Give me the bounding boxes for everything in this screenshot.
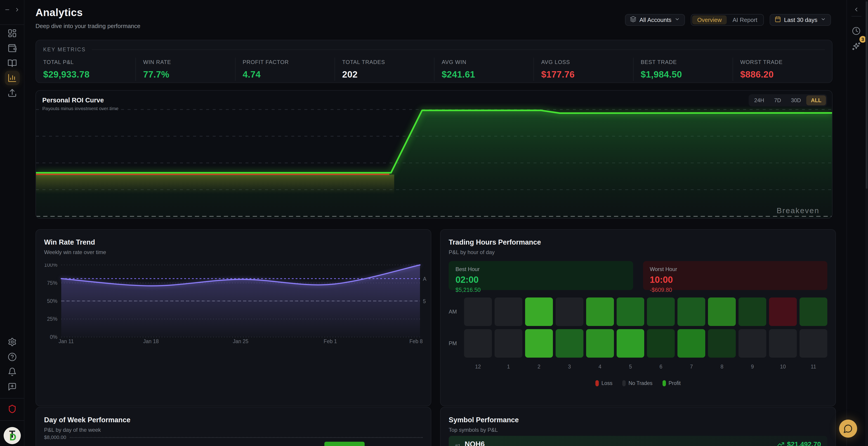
upload-icon bbox=[7, 88, 17, 98]
heatmap-cell-am-9[interactable] bbox=[739, 297, 766, 326]
sidebar-item-help[interactable] bbox=[5, 350, 20, 364]
win-xtick: Feb 8 bbox=[409, 339, 423, 344]
sidebar-item-analytics[interactable] bbox=[5, 71, 20, 85]
heatmap-row-label-am: AM bbox=[449, 297, 461, 326]
heatmap-cell-pm-4[interactable] bbox=[586, 329, 614, 358]
day-of-week-title: Day of Week Performance bbox=[44, 416, 130, 424]
heatmap-hour-label: 5 bbox=[617, 361, 645, 373]
tab-overview[interactable]: Overview bbox=[692, 15, 726, 24]
heatmap-cell-pm-2[interactable] bbox=[525, 329, 553, 358]
roi-range-all[interactable]: ALL bbox=[806, 95, 826, 105]
heatmap-cell-pm-7[interactable] bbox=[677, 329, 705, 358]
symbol-row-nqh6[interactable]: #1NQH6$21,492.70 bbox=[449, 436, 827, 446]
hour-stats: Best Hour 02:00 $5,216.50 Worst Hour 10:… bbox=[449, 261, 827, 290]
key-metrics-label: KEY METRICS bbox=[43, 46, 86, 53]
scrollbar-track[interactable] bbox=[865, 0, 868, 446]
heatmap-hour-label: 7 bbox=[677, 361, 705, 373]
heatmap-cell-am-12[interactable] bbox=[464, 297, 492, 326]
roi-range-24h[interactable]: 24H bbox=[750, 95, 769, 105]
worst-hour-time: 10:00 bbox=[650, 275, 821, 285]
win-xtick: Jan 11 bbox=[59, 339, 74, 344]
metric-value: $29,933.78 bbox=[43, 69, 135, 79]
heatmap-cell-am-11[interactable] bbox=[800, 297, 827, 326]
heatmap-cell-am-10[interactable] bbox=[769, 297, 797, 326]
heatmap-cell-pm-3[interactable] bbox=[556, 329, 583, 358]
heatmap-cell-pm-10[interactable] bbox=[769, 329, 797, 358]
sidebar-item-import[interactable] bbox=[5, 86, 20, 100]
win-ytick: 100% bbox=[44, 263, 57, 268]
heatmap-cell-pm-1[interactable] bbox=[495, 329, 522, 358]
roi-range-30d[interactable]: 30D bbox=[786, 95, 805, 105]
ai-badge: 3 bbox=[860, 36, 866, 43]
wallet-icon bbox=[7, 43, 17, 53]
win-rate-subtitle: Weekly win rate over time bbox=[44, 249, 106, 255]
heatmap-cell-pm-6[interactable] bbox=[647, 329, 675, 358]
worst-hour-box: Worst Hour 10:00 -$609.80 bbox=[643, 261, 828, 290]
chevron-down-icon bbox=[675, 17, 680, 24]
account-selector[interactable]: All Accounts bbox=[625, 14, 685, 26]
heatmap-hour-label: 3 bbox=[556, 361, 583, 373]
win-rate-chart: 0%25%50%75%100%A5Jan 11Jan 18Jan 25Feb 1… bbox=[36, 263, 431, 354]
heatmap-hour-label: 10 bbox=[769, 361, 797, 373]
shield-icon bbox=[8, 405, 17, 413]
roi-flat-glow bbox=[36, 174, 394, 194]
sidebar-nav bbox=[0, 26, 24, 100]
sidebar-expand-button[interactable] bbox=[13, 6, 21, 13]
sidebar-item-notifications[interactable] bbox=[5, 364, 20, 379]
legend-dot bbox=[595, 380, 599, 386]
sidebar-minimize-button[interactable] bbox=[3, 6, 11, 13]
heatmap-cell-am-1[interactable] bbox=[495, 297, 522, 326]
chat-fab[interactable] bbox=[839, 419, 857, 438]
sidebar-item-settings[interactable] bbox=[5, 335, 20, 349]
sidebar-window-controls bbox=[0, 6, 24, 13]
legend-label: Profit bbox=[669, 380, 681, 386]
panel-collapse-button[interactable] bbox=[851, 4, 862, 15]
scrollbar-thumb[interactable] bbox=[866, 1, 868, 189]
day-of-week-subtitle: P&L by day of the week bbox=[44, 427, 130, 433]
tab-ai-report[interactable]: AI Report bbox=[727, 15, 763, 24]
sidebar-item-shield[interactable] bbox=[5, 402, 20, 416]
heatmap-cell-pm-12[interactable] bbox=[464, 329, 492, 358]
user-avatar[interactable]: T D bbox=[4, 427, 21, 444]
win-area-fill bbox=[61, 265, 420, 337]
message-plus-icon bbox=[8, 382, 17, 391]
heatmap-cell-pm-8[interactable] bbox=[708, 329, 736, 358]
sidebar-item-feedback[interactable] bbox=[5, 380, 20, 394]
metric-value: $241.61 bbox=[442, 69, 533, 79]
key-metrics-rule bbox=[92, 50, 825, 50]
ai-assistant-button[interactable]: 3 bbox=[849, 39, 864, 54]
metric-worst-trade: WORST TRADE$886.20 bbox=[733, 58, 832, 81]
heatmap-cell-am-3[interactable] bbox=[556, 297, 583, 326]
metric-label: AVG WIN bbox=[442, 59, 533, 65]
minus-icon bbox=[4, 7, 10, 13]
win-right-label: 5 bbox=[423, 298, 426, 304]
date-range-selector[interactable]: Last 30 days bbox=[770, 14, 831, 26]
heatmap-legend: LossNo TradesProfit bbox=[440, 380, 835, 386]
roi-area-fill bbox=[36, 110, 832, 218]
heatmap-cell-pm-11[interactable] bbox=[800, 329, 827, 358]
heatmap-cell-am-5[interactable] bbox=[617, 297, 645, 326]
heatmap-hour-label: 4 bbox=[586, 361, 614, 373]
legend-item-no-trades: No Trades bbox=[622, 380, 652, 386]
sidebar-item-journal[interactable] bbox=[5, 56, 20, 70]
roi-range-7d[interactable]: 7D bbox=[770, 95, 786, 105]
best-hour-time: 02:00 bbox=[456, 275, 626, 285]
roi-title: Personal ROI Curve bbox=[42, 97, 119, 104]
sidebar-item-accounts[interactable] bbox=[5, 41, 20, 55]
metric-avg-win: AVG WIN$241.61 bbox=[434, 58, 533, 81]
chevron-right-icon bbox=[14, 7, 20, 13]
heatmap-cell-am-7[interactable] bbox=[677, 297, 705, 326]
bar-chart-icon bbox=[7, 73, 17, 83]
heatmap-cell-am-2[interactable] bbox=[525, 297, 553, 326]
heatmap-cell-am-8[interactable] bbox=[708, 297, 736, 326]
symbol-performance-subtitle: Top symbols by P&L bbox=[449, 427, 519, 433]
day-of-week-bar[interactable] bbox=[324, 442, 365, 446]
heatmap-cell-pm-5[interactable] bbox=[617, 329, 645, 358]
sidebar-item-dashboard[interactable] bbox=[5, 26, 20, 40]
heatmap-cell-am-6[interactable] bbox=[647, 297, 675, 326]
heatmap-cell-pm-9[interactable] bbox=[739, 329, 766, 358]
metric-label: TOTAL P&L bbox=[43, 59, 135, 65]
metric-value: 77.7% bbox=[143, 69, 235, 79]
best-hour-box: Best Hour 02:00 $5,216.50 bbox=[449, 261, 633, 290]
heatmap-cell-am-4[interactable] bbox=[586, 297, 614, 326]
